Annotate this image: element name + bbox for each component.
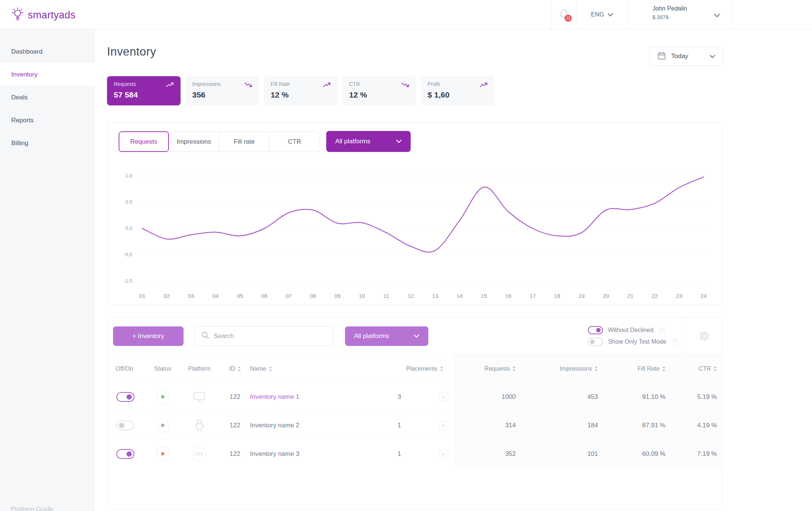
row-impressions: 184 — [524, 411, 605, 439]
add-placement-icon[interactable]: + — [438, 449, 449, 459]
column-header-requests[interactable]: Requests — [455, 355, 524, 382]
search-input[interactable] — [214, 332, 319, 340]
svg-text:0.0: 0.0 — [125, 225, 132, 231]
without-declined-toggle[interactable]: Without Declined ? — [588, 326, 678, 334]
tab-ctr[interactable]: CTR — [270, 131, 320, 152]
user-menu[interactable]: John Pedalin $ 2079 — [627, 0, 732, 29]
stat-card-profit[interactable]: Profit $ 1,60 — [421, 76, 494, 105]
svg-text:-0.5: -0.5 — [124, 252, 132, 257]
brand-logo[interactable]: smartyads — [11, 6, 75, 24]
topbar: smartyads 12 ENG John Pedalin $ 2079 — [0, 0, 812, 29]
row-ctr: 4.19 % — [672, 411, 722, 439]
sidebar-item-dashboard[interactable]: Dashboard — [0, 40, 95, 63]
toggle-switch[interactable] — [588, 338, 603, 346]
stat-value: $ 1,60 — [428, 90, 488, 99]
notification-badge: 12 — [565, 15, 572, 22]
sort-icon — [662, 366, 666, 371]
add-placement-icon[interactable]: + — [438, 392, 449, 402]
main-content: Inventory Today Requests 57 584 Impressi — [95, 29, 812, 511]
platform-filter-label: All platforms — [335, 138, 396, 145]
help-icon[interactable]: ? — [659, 327, 665, 334]
toggle-label: Show Only Test Mode — [608, 338, 666, 345]
svg-text:20: 20 — [603, 293, 609, 299]
row-onoff-toggle[interactable] — [116, 392, 134, 402]
chart-platform-filter[interactable]: All platforms — [326, 131, 411, 152]
brand-name: smartyads — [28, 9, 75, 21]
sidebar-item-reports[interactable]: Reports — [0, 109, 95, 132]
tab-requests[interactable]: Requests — [119, 131, 169, 152]
inventory-name-link[interactable]: Inventory name 3 — [250, 450, 299, 458]
inventory-name-link[interactable]: Inventory name 2 — [250, 422, 299, 429]
date-filter-button[interactable]: Today — [649, 47, 723, 66]
svg-text:-1.0: -1.0 — [124, 278, 132, 284]
row-onoff-toggle[interactable] — [116, 449, 134, 459]
column-header-status: Status — [147, 365, 179, 372]
chevron-down-icon — [714, 12, 720, 19]
sort-icon — [440, 366, 443, 371]
stat-card-fill-rate[interactable]: Fill Rate 12 % — [264, 76, 337, 105]
tab-impressions[interactable]: Impressions — [169, 131, 219, 152]
svg-text:13: 13 — [432, 293, 438, 299]
column-header-ctr[interactable]: CTR — [672, 355, 722, 382]
svg-text:11: 11 — [383, 293, 389, 299]
table-platform-filter[interactable]: All platforms — [345, 326, 428, 346]
stat-card-impressions[interactable]: Impressions 356 — [185, 76, 259, 105]
stat-value: 12 % — [271, 90, 331, 99]
column-header-name[interactable]: Name — [250, 365, 365, 372]
svg-text:16: 16 — [505, 293, 512, 299]
row-requests: 352 — [455, 440, 524, 468]
stat-card-requests[interactable]: Requests 57 584 — [107, 76, 181, 105]
desktop-icon — [193, 391, 206, 403]
row-requests: 314 — [455, 411, 524, 439]
column-header-impressions[interactable]: Impressions — [524, 355, 605, 382]
column-header-fill-rate[interactable]: Fill Rate — [605, 355, 672, 382]
svg-text:03: 03 — [188, 293, 194, 299]
svg-text:22: 22 — [652, 293, 658, 299]
svg-text:07: 07 — [286, 293, 292, 299]
toggle-switch[interactable] — [588, 326, 603, 334]
platform-guide-link[interactable]: Platform Guide — [11, 506, 53, 511]
status-badge — [157, 447, 169, 461]
row-onoff-toggle[interactable] — [116, 421, 134, 430]
add-inventory-button[interactable]: + Inventory — [113, 326, 184, 346]
add-placement-icon[interactable]: + — [438, 420, 449, 430]
svg-text:17: 17 — [530, 293, 536, 299]
status-badge — [157, 419, 169, 432]
svg-text:24: 24 — [701, 293, 707, 299]
inventory-table-panel: + Inventory All platforms Without Declin… — [107, 317, 723, 509]
stat-card-ctr[interactable]: CTR 12 % — [342, 76, 416, 105]
sort-icon — [512, 366, 516, 371]
sidebar-item-billing[interactable]: Billing — [0, 132, 95, 155]
tab-fill-rate[interactable]: Fill rate — [219, 131, 270, 152]
trend-down-icon — [244, 82, 253, 88]
gear-icon — [699, 331, 710, 342]
stat-value: 12 % — [349, 90, 409, 99]
column-header-id[interactable]: ID — [220, 365, 250, 372]
stat-cards: Requests 57 584 Impressions 356 Fill Rat… — [107, 76, 494, 105]
show-only-test-mode-toggle[interactable]: Show Only Test Mode ? — [588, 338, 678, 346]
column-header-placements[interactable]: Placements — [365, 365, 455, 372]
table-settings-button[interactable] — [686, 317, 722, 355]
svg-text:18: 18 — [554, 293, 560, 299]
chevron-down-icon — [608, 11, 613, 18]
placements-count: 1 — [365, 422, 401, 429]
inventory-name-link[interactable]: Inventory name 1 — [250, 393, 299, 401]
svg-text:15: 15 — [481, 293, 487, 299]
search-box — [195, 326, 334, 346]
sidebar-item-inventory[interactable]: Inventory — [0, 63, 95, 86]
sort-icon — [714, 366, 717, 371]
ios-icon: IOS — [193, 447, 206, 461]
row-id: 122 — [220, 393, 250, 401]
language-switcher[interactable]: ENG — [576, 0, 627, 29]
column-header-platform: Platform — [179, 365, 220, 372]
notifications-button[interactable]: 12 — [551, 0, 576, 29]
svg-text:0.5: 0.5 — [125, 199, 132, 205]
row-id: 122 — [220, 422, 250, 429]
trend-down-icon — [401, 82, 410, 88]
stat-label: Impressions — [192, 81, 252, 87]
help-icon[interactable]: ? — [672, 339, 678, 345]
lightbulb-icon — [11, 6, 25, 24]
user-balance: $ 2079 — [652, 14, 687, 20]
svg-text:08: 08 — [310, 293, 316, 299]
sidebar-item-deals[interactable]: Deals — [0, 86, 95, 109]
